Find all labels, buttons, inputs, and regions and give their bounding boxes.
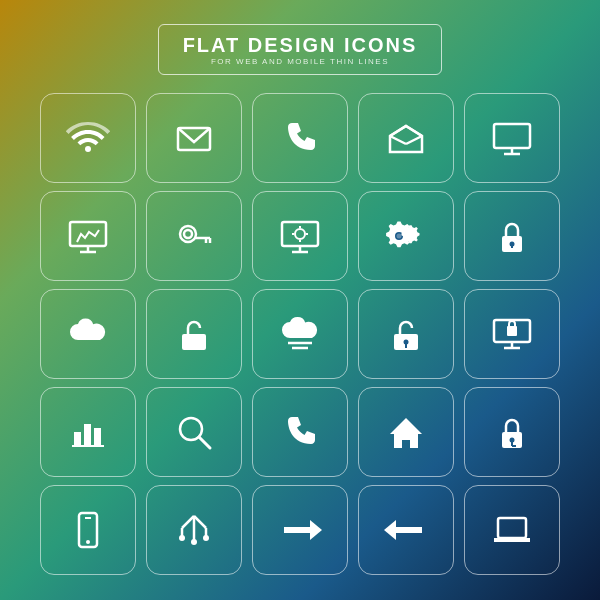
- svg-point-24: [397, 234, 402, 239]
- svg-point-50: [86, 540, 90, 544]
- lock-key-icon-cell[interactable]: [464, 387, 560, 477]
- share-icon-cell[interactable]: [146, 485, 242, 575]
- wifi-icon-cell[interactable]: [40, 93, 136, 183]
- gears-icon-cell[interactable]: [358, 191, 454, 281]
- unlock-key-icon-cell[interactable]: [358, 289, 454, 379]
- svg-marker-44: [390, 418, 422, 448]
- page-title: FLAT DESIGN ICONS: [183, 33, 418, 57]
- home-icon-cell[interactable]: [358, 387, 454, 477]
- svg-line-2: [390, 136, 406, 144]
- title-box: FLAT DESIGN ICONS FOR WEB AND MOBILE THI…: [158, 24, 443, 75]
- monitor-icon-cell[interactable]: [464, 93, 560, 183]
- svg-line-43: [199, 437, 210, 448]
- svg-point-57: [179, 535, 185, 541]
- background: FLAT DESIGN ICONS FOR WEB AND MOBILE THI…: [0, 0, 600, 600]
- unlock-folder-icon-cell[interactable]: [146, 289, 242, 379]
- svg-rect-4: [494, 124, 530, 148]
- phone-icon-cell[interactable]: [252, 93, 348, 183]
- svg-point-11: [184, 230, 192, 238]
- search-icon-cell[interactable]: [146, 387, 242, 477]
- svg-point-10: [180, 226, 196, 242]
- svg-rect-40: [94, 428, 101, 446]
- icon-grid: [40, 93, 560, 575]
- svg-rect-64: [498, 518, 526, 538]
- arrow-left-icon-cell[interactable]: [358, 485, 454, 575]
- svg-point-18: [295, 229, 305, 239]
- lock-icon-cell[interactable]: [464, 191, 560, 281]
- svg-rect-62: [396, 527, 422, 533]
- svg-rect-28: [182, 334, 206, 350]
- monitor-settings-icon-cell[interactable]: [252, 191, 348, 281]
- svg-rect-60: [284, 527, 310, 533]
- monitor-graph-icon-cell[interactable]: [40, 191, 136, 281]
- svg-point-59: [191, 539, 197, 545]
- svg-marker-61: [310, 520, 322, 540]
- monitor-lock-icon-cell[interactable]: [464, 289, 560, 379]
- key-icon-cell[interactable]: [146, 191, 242, 281]
- svg-rect-15: [282, 222, 318, 246]
- bar-chart-icon-cell[interactable]: [40, 387, 136, 477]
- phone2-icon-cell[interactable]: [252, 387, 348, 477]
- svg-rect-37: [507, 326, 517, 336]
- arrow-right-icon-cell[interactable]: [252, 485, 348, 575]
- svg-point-58: [203, 535, 209, 541]
- svg-point-46: [510, 438, 515, 443]
- cloud-lines-icon-cell[interactable]: [252, 289, 348, 379]
- svg-rect-39: [84, 424, 91, 446]
- cloud-icon-cell[interactable]: [40, 289, 136, 379]
- email-open-icon-cell[interactable]: [358, 93, 454, 183]
- svg-line-53: [182, 516, 194, 528]
- mobile-icon-cell[interactable]: [40, 485, 136, 575]
- page-subtitle: FOR WEB AND MOBILE THIN LINES: [183, 57, 418, 66]
- email-icon-cell[interactable]: [146, 93, 242, 183]
- laptop-icon-cell[interactable]: [464, 485, 560, 575]
- svg-line-3: [406, 136, 422, 144]
- svg-line-54: [194, 516, 206, 528]
- svg-rect-38: [74, 432, 81, 446]
- svg-marker-63: [384, 520, 396, 540]
